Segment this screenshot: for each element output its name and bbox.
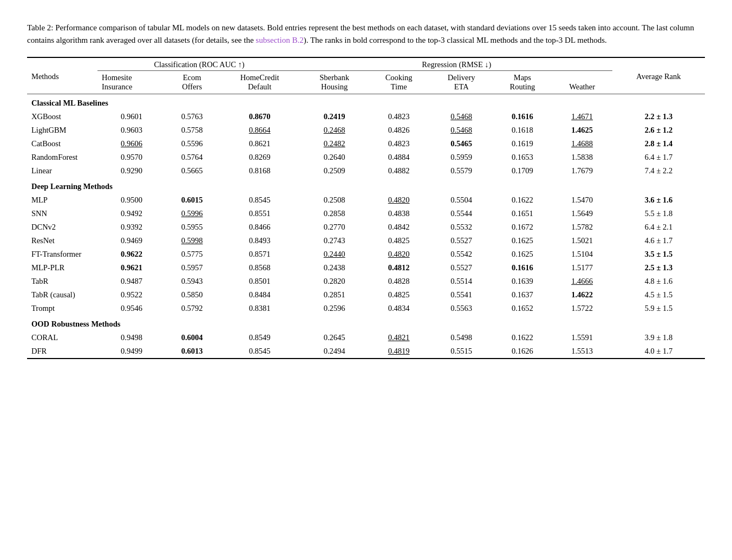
cell-value: 4.8 ± 1.6 [612, 275, 705, 288]
cell-value: 0.9499 [97, 344, 166, 359]
average-rank-header: Average Rank [612, 57, 705, 94]
cell-value: 0.5959 [430, 151, 493, 164]
cell-value: 0.9570 [97, 151, 166, 164]
cell-value: 1.5177 [552, 261, 612, 275]
cell-value: 0.2482 [301, 137, 368, 151]
cell-value: 1.4688 [552, 137, 612, 151]
table-row: LightGBM0.96030.57580.86640.24680.48260.… [27, 123, 705, 137]
cell-value: 0.1652 [493, 302, 552, 315]
cell-value: 0.5665 [166, 164, 218, 178]
cell-value: 0.9601 [97, 110, 166, 123]
cell-value: 0.9487 [97, 275, 166, 288]
cell-value: 0.1639 [493, 275, 552, 288]
cell-value: 0.4821 [368, 331, 430, 344]
table-row: Trompt0.95460.57920.83810.25960.48340.55… [27, 302, 705, 315]
cell-value: 0.1672 [493, 220, 552, 234]
cell-value: 0.5532 [430, 220, 493, 234]
col-homecredit-header: HomeCreditDefault [218, 71, 301, 94]
section-header-0: Classical ML Baselines [27, 94, 705, 110]
table-caption: Table 2: Performance comparison of tabul… [27, 22, 705, 46]
cell-value: 1.4671 [552, 110, 612, 123]
method-name: Trompt [27, 302, 97, 315]
cell-value: 2.5 ± 1.3 [612, 261, 705, 275]
cell-value: 0.4882 [368, 164, 430, 178]
cell-value: 0.2640 [301, 151, 368, 164]
classification-header: Classification (ROC AUC ↑) [97, 57, 301, 71]
cell-value: 0.1709 [493, 164, 552, 178]
cell-value: 0.5498 [430, 331, 493, 344]
cell-value: 0.9622 [97, 248, 166, 261]
table-row: ResNet0.94690.59980.84930.27430.48250.55… [27, 234, 705, 248]
cell-value: 0.2438 [301, 261, 368, 275]
cell-value: 0.8493 [218, 234, 301, 248]
cell-value: 0.8501 [218, 275, 301, 288]
cell-value: 0.5758 [166, 123, 218, 137]
cell-value: 0.5764 [166, 151, 218, 164]
cell-value: 0.1616 [493, 261, 552, 275]
cell-value: 0.2468 [301, 123, 368, 137]
table-row: MLP-PLR0.96210.59570.85680.24380.48120.5… [27, 261, 705, 275]
cell-value: 0.9621 [97, 261, 166, 275]
cell-value: 0.1619 [493, 137, 552, 151]
cell-value: 0.4884 [368, 151, 430, 164]
cell-value: 0.8269 [218, 151, 301, 164]
method-name: RandomForest [27, 151, 97, 164]
cell-value: 1.5722 [552, 302, 612, 315]
cell-value: 0.1637 [493, 288, 552, 302]
cell-value: 0.5850 [166, 288, 218, 302]
col-maps-header: MapsRouting [493, 71, 552, 94]
cell-value: 0.5596 [166, 137, 218, 151]
cell-value: 0.5527 [430, 261, 493, 275]
col-cooking-header: CookingTime [368, 71, 430, 94]
subsection-link[interactable]: subsection B.2 [256, 36, 303, 44]
cell-value: 0.2645 [301, 331, 368, 344]
methods-header: Methods [27, 57, 97, 94]
cell-value: 0.5579 [430, 164, 493, 178]
cell-value: 0.1653 [493, 151, 552, 164]
cell-value: 0.4819 [368, 344, 430, 359]
cell-value: 0.2419 [301, 110, 368, 123]
cell-value: 0.1625 [493, 248, 552, 261]
method-name: FT-Transformer [27, 248, 97, 261]
method-name: LightGBM [27, 123, 97, 137]
cell-value: 0.8670 [218, 110, 301, 123]
cell-value: 0.2596 [301, 302, 368, 315]
cell-value: 0.5465 [430, 137, 493, 151]
cell-value: 0.2508 [301, 193, 368, 207]
cell-value: 0.8551 [218, 207, 301, 220]
cell-value: 2.8 ± 1.4 [612, 137, 705, 151]
caption-text-after: ). The ranks in bold correspond to the t… [304, 36, 607, 44]
cell-value: 0.4825 [368, 288, 430, 302]
cell-value: 0.5527 [430, 234, 493, 248]
method-name: ResNet [27, 234, 97, 248]
method-name: CORAL [27, 331, 97, 344]
table-row: MLP0.95000.60150.85450.25080.48200.55040… [27, 193, 705, 207]
table-row: CORAL0.94980.60040.85490.26450.48210.549… [27, 331, 705, 344]
method-name: Linear [27, 164, 97, 178]
cell-value: 1.5838 [552, 151, 612, 164]
cell-value: 0.9492 [97, 207, 166, 220]
table-row: FT-Transformer0.96220.57750.85710.24400.… [27, 248, 705, 261]
cell-value: 0.4842 [368, 220, 430, 234]
cell-value: 0.1626 [493, 344, 552, 359]
cell-value: 0.4826 [368, 123, 430, 137]
table-row: DFR0.94990.60130.85450.24940.48190.55150… [27, 344, 705, 359]
cell-value: 0.2743 [301, 234, 368, 248]
cell-value: 0.9603 [97, 123, 166, 137]
cell-value: 0.2858 [301, 207, 368, 220]
cell-value: 0.4838 [368, 207, 430, 220]
method-name: TabR [27, 275, 97, 288]
cell-value: 0.1618 [493, 123, 552, 137]
table-row: DCNv20.93920.59550.84660.27700.48420.553… [27, 220, 705, 234]
cell-value: 0.9498 [97, 331, 166, 344]
cell-value: 6.4 ± 1.7 [612, 151, 705, 164]
cell-value: 0.6015 [166, 193, 218, 207]
table-row: CatBoost0.96060.55960.86210.24820.48230.… [27, 137, 705, 151]
cell-value: 0.5998 [166, 234, 218, 248]
cell-value: 3.9 ± 1.8 [612, 331, 705, 344]
cell-value: 0.5943 [166, 275, 218, 288]
table-row: RandomForest0.95700.57640.82690.26400.48… [27, 151, 705, 164]
cell-value: 3.5 ± 1.5 [612, 248, 705, 261]
cell-value: 1.4622 [552, 288, 612, 302]
cell-value: 0.4825 [368, 234, 430, 248]
